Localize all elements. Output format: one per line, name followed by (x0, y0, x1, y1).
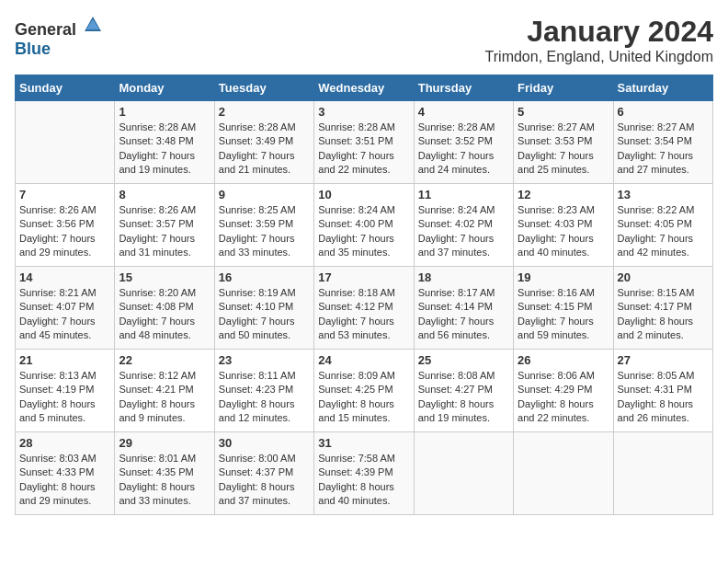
calendar-cell: 13Sunrise: 8:22 AM Sunset: 4:05 PM Dayli… (613, 184, 712, 267)
day-number: 9 (219, 188, 310, 201)
calendar-cell: 28Sunrise: 8:03 AM Sunset: 4:33 PM Dayli… (16, 432, 115, 515)
header-tuesday: Tuesday (214, 75, 313, 101)
calendar-cell: 24Sunrise: 8:09 AM Sunset: 4:25 PM Dayli… (314, 350, 414, 432)
day-number: 22 (119, 353, 210, 367)
calendar-cell: 15Sunrise: 8:20 AM Sunset: 4:08 PM Dayli… (115, 267, 214, 350)
calendar-week-row: 28Sunrise: 8:03 AM Sunset: 4:33 PM Dayli… (16, 432, 713, 515)
day-number: 29 (119, 436, 210, 450)
day-number: 24 (318, 353, 409, 367)
day-number: 25 (418, 353, 509, 367)
calendar-cell (514, 432, 613, 515)
day-number: 6 (618, 105, 709, 119)
calendar-cell: 29Sunrise: 8:01 AM Sunset: 4:35 PM Dayli… (115, 432, 214, 515)
cell-info: Sunrise: 8:19 AM Sunset: 4:10 PM Dayligh… (219, 286, 310, 343)
cell-info: Sunrise: 8:28 AM Sunset: 3:49 PM Dayligh… (219, 121, 310, 178)
cell-info: Sunrise: 8:08 AM Sunset: 4:27 PM Dayligh… (418, 369, 509, 426)
day-number: 12 (518, 188, 609, 201)
header-monday: Monday (115, 75, 214, 101)
cell-info: Sunrise: 8:03 AM Sunset: 4:33 PM Dayligh… (19, 452, 110, 509)
calendar-cell: 19Sunrise: 8:16 AM Sunset: 4:15 PM Dayli… (514, 267, 613, 350)
calendar-cell: 16Sunrise: 8:19 AM Sunset: 4:10 PM Dayli… (214, 267, 313, 350)
day-number: 23 (219, 353, 310, 367)
calendar-cell: 31Sunrise: 7:58 AM Sunset: 4:39 PM Dayli… (314, 432, 414, 515)
cell-info: Sunrise: 8:12 AM Sunset: 4:21 PM Dayligh… (119, 369, 210, 426)
calendar-cell: 5Sunrise: 8:27 AM Sunset: 3:53 PM Daylig… (514, 101, 613, 184)
calendar-table: SundayMondayTuesdayWednesdayThursdayFrid… (15, 75, 713, 515)
day-number: 28 (19, 436, 110, 450)
cell-info: Sunrise: 8:13 AM Sunset: 4:19 PM Dayligh… (19, 369, 110, 426)
header-sunday: Sunday (16, 75, 115, 101)
day-number: 7 (19, 188, 110, 201)
svg-marker-1 (86, 19, 99, 29)
day-number: 11 (418, 188, 509, 201)
day-number: 20 (618, 270, 709, 284)
cell-info: Sunrise: 8:00 AM Sunset: 4:37 PM Dayligh… (219, 452, 310, 509)
logo: General Blue (15, 15, 103, 59)
cell-info: Sunrise: 8:15 AM Sunset: 4:17 PM Dayligh… (618, 286, 709, 343)
calendar-week-row: 1Sunrise: 8:28 AM Sunset: 3:48 PM Daylig… (16, 101, 713, 184)
calendar-week-row: 21Sunrise: 8:13 AM Sunset: 4:19 PM Dayli… (16, 350, 713, 432)
cell-info: Sunrise: 8:11 AM Sunset: 4:23 PM Dayligh… (219, 369, 310, 426)
calendar-cell (613, 432, 712, 515)
logo-text: General Blue (15, 15, 103, 59)
day-number: 27 (618, 353, 709, 367)
calendar-week-row: 14Sunrise: 8:21 AM Sunset: 4:07 PM Dayli… (16, 267, 713, 350)
calendar-cell: 14Sunrise: 8:21 AM Sunset: 4:07 PM Dayli… (16, 267, 115, 350)
calendar-cell (16, 101, 115, 184)
calendar-cell: 27Sunrise: 8:05 AM Sunset: 4:31 PM Dayli… (613, 350, 712, 432)
day-number: 30 (219, 436, 310, 450)
calendar-cell: 18Sunrise: 8:17 AM Sunset: 4:14 PM Dayli… (414, 267, 513, 350)
day-number: 14 (19, 270, 110, 284)
calendar-cell: 17Sunrise: 8:18 AM Sunset: 4:12 PM Dayli… (314, 267, 414, 350)
day-number: 31 (318, 436, 409, 450)
calendar-cell: 6Sunrise: 8:27 AM Sunset: 3:54 PM Daylig… (613, 101, 712, 184)
calendar-cell: 23Sunrise: 8:11 AM Sunset: 4:23 PM Dayli… (214, 350, 313, 432)
cell-info: Sunrise: 8:27 AM Sunset: 3:54 PM Dayligh… (618, 121, 709, 178)
calendar-cell: 2Sunrise: 8:28 AM Sunset: 3:49 PM Daylig… (214, 101, 313, 184)
location-title: Trimdon, England, United Kingdom (485, 49, 713, 65)
day-number: 5 (518, 105, 609, 119)
day-number: 10 (318, 188, 409, 201)
day-number: 4 (418, 105, 509, 119)
calendar-cell: 10Sunrise: 8:24 AM Sunset: 4:00 PM Dayli… (314, 184, 414, 267)
cell-info: Sunrise: 8:24 AM Sunset: 4:02 PM Dayligh… (418, 203, 509, 260)
calendar-cell: 21Sunrise: 8:13 AM Sunset: 4:19 PM Dayli… (16, 350, 115, 432)
cell-info: Sunrise: 8:27 AM Sunset: 3:53 PM Dayligh… (518, 121, 609, 178)
header-saturday: Saturday (613, 75, 712, 101)
title-area: January 2024 Trimdon, England, United Ki… (485, 15, 713, 65)
cell-info: Sunrise: 8:24 AM Sunset: 4:00 PM Dayligh… (318, 203, 409, 260)
calendar-cell (414, 432, 513, 515)
day-number: 15 (119, 270, 210, 284)
calendar-cell: 4Sunrise: 8:28 AM Sunset: 3:52 PM Daylig… (414, 101, 513, 184)
cell-info: Sunrise: 8:26 AM Sunset: 3:57 PM Dayligh… (119, 203, 210, 260)
cell-info: Sunrise: 8:28 AM Sunset: 3:51 PM Dayligh… (318, 121, 409, 178)
cell-info: Sunrise: 8:05 AM Sunset: 4:31 PM Dayligh… (618, 369, 709, 426)
calendar-cell: 12Sunrise: 8:23 AM Sunset: 4:03 PM Dayli… (514, 184, 613, 267)
cell-info: Sunrise: 8:06 AM Sunset: 4:29 PM Dayligh… (518, 369, 609, 426)
calendar-cell: 26Sunrise: 8:06 AM Sunset: 4:29 PM Dayli… (514, 350, 613, 432)
header-thursday: Thursday (414, 75, 513, 101)
day-number: 13 (618, 188, 709, 201)
cell-info: Sunrise: 8:20 AM Sunset: 4:08 PM Dayligh… (119, 286, 210, 343)
calendar-cell: 25Sunrise: 8:08 AM Sunset: 4:27 PM Dayli… (414, 350, 513, 432)
cell-info: Sunrise: 7:58 AM Sunset: 4:39 PM Dayligh… (318, 452, 409, 509)
header-friday: Friday (514, 75, 613, 101)
cell-info: Sunrise: 8:17 AM Sunset: 4:14 PM Dayligh… (418, 286, 509, 343)
day-number: 16 (219, 270, 310, 284)
cell-info: Sunrise: 8:28 AM Sunset: 3:52 PM Dayligh… (418, 121, 509, 178)
cell-info: Sunrise: 8:22 AM Sunset: 4:05 PM Dayligh… (618, 203, 709, 260)
day-number: 1 (119, 105, 210, 119)
cell-info: Sunrise: 8:16 AM Sunset: 4:15 PM Dayligh… (518, 286, 609, 343)
day-number: 18 (418, 270, 509, 284)
calendar-cell: 11Sunrise: 8:24 AM Sunset: 4:02 PM Dayli… (414, 184, 513, 267)
calendar-cell: 3Sunrise: 8:28 AM Sunset: 3:51 PM Daylig… (314, 101, 414, 184)
logo-general: General (15, 20, 76, 39)
logo-icon (83, 15, 103, 35)
cell-info: Sunrise: 8:23 AM Sunset: 4:03 PM Dayligh… (518, 203, 609, 260)
calendar-cell: 1Sunrise: 8:28 AM Sunset: 3:48 PM Daylig… (115, 101, 214, 184)
day-number: 26 (518, 353, 609, 367)
calendar-cell: 8Sunrise: 8:26 AM Sunset: 3:57 PM Daylig… (115, 184, 214, 267)
month-title: January 2024 (485, 15, 713, 49)
calendar-cell: 9Sunrise: 8:25 AM Sunset: 3:59 PM Daylig… (214, 184, 313, 267)
header-wednesday: Wednesday (314, 75, 414, 101)
